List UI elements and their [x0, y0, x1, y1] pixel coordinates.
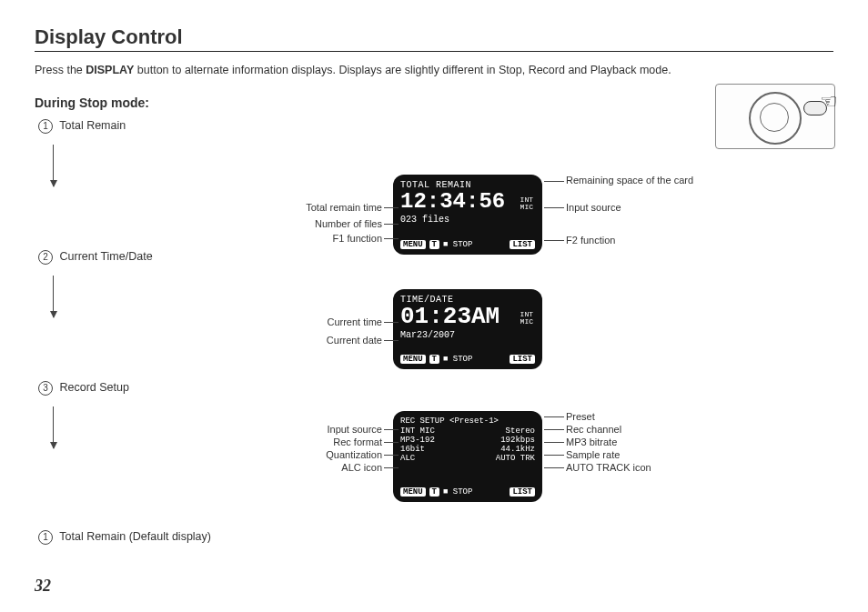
lcd-bitrate: 192kbps — [500, 436, 535, 445]
lcd-input-source: INTMIC — [520, 196, 533, 211]
list-pill: LIST — [510, 355, 535, 364]
label-input-source: Input source — [273, 424, 382, 435]
label-total-remain-time: Total remain time — [264, 202, 382, 213]
lcd-time: 12:34:56 — [400, 191, 535, 213]
stop-indicator: ■ STOP — [443, 355, 472, 364]
lcd-auto-trk: AUTO TRK — [496, 454, 535, 463]
lcd-screen-rec-setup: REC SETUP <Preset-1> INT MICStereo MP3-1… — [393, 411, 542, 502]
arrow-icon — [53, 276, 54, 317]
stop-indicator: ■ STOP — [443, 240, 472, 249]
page-number: 32 — [35, 577, 51, 596]
lcd-screen-total-remain: TOTAL REMAIN 12:34:56 INTMIC 023 files M… — [393, 175, 542, 255]
step-4-num: 1 — [38, 530, 53, 545]
lcd-alc: ALC — [400, 454, 415, 463]
menu-pill: MENU — [400, 240, 426, 249]
lcd-input-source: INTMIC — [520, 311, 533, 326]
page-title: Display Control — [35, 25, 833, 52]
label-sample-rate: Sample rate — [566, 449, 620, 460]
lcd-time: 01:23AM — [400, 305, 535, 328]
step-1-label: Total Remain — [59, 119, 126, 132]
lcd-rec-channel: Stereo — [506, 426, 535, 436]
intro-pre: Press the — [35, 64, 86, 76]
step-3-label: Record Setup — [59, 381, 128, 394]
arrow-icon — [53, 145, 54, 186]
arrow-icon — [53, 406, 54, 448]
label-mp3-bitrate: MP3 bitrate — [566, 436, 617, 447]
step-3: 3 Record Setup — [38, 381, 833, 396]
lcd-rec-format: MP3-192 — [400, 436, 435, 445]
lcd-files: 023 files — [400, 215, 535, 225]
step-4-label: Total Remain (Default display) — [59, 530, 211, 543]
lcd-screen-time-date: TIME/DATE 01:23AM INTMIC Mar23/2007 MENU… — [393, 289, 542, 369]
label-number-of-files: Number of files — [264, 218, 382, 229]
step-3-num: 3 — [38, 381, 53, 396]
list-pill: LIST — [510, 240, 535, 249]
lcd-date: Mar23/2007 — [400, 330, 535, 340]
intro-text: Press the DISPLAY button to alternate in… — [35, 61, 833, 79]
step-4: 1 Total Remain (Default display) — [38, 530, 833, 545]
label-remaining-space: Remaining space of the card — [566, 175, 693, 186]
menu-pill: MENU — [400, 487, 426, 497]
pointing-hand-icon: ☜ — [820, 90, 838, 114]
label-auto-track-icon: AUTO TRACK icon — [566, 462, 651, 473]
lcd-quantization: 16bit — [400, 445, 425, 454]
lcd-header: REC SETUP <Preset-1> — [400, 416, 535, 426]
step-1-num: 1 — [38, 119, 53, 134]
section-heading: During Stop mode: — [35, 95, 833, 110]
intro-post: button to alternate information displays… — [134, 64, 671, 76]
label-rec-format: Rec format — [273, 436, 382, 447]
label-quantization: Quantization — [273, 449, 382, 460]
lcd-sample-rate: 44.1kHz — [500, 445, 535, 454]
t-pill: T — [429, 240, 439, 249]
lcd-input-src: INT MIC — [400, 426, 435, 436]
step-2-num: 2 — [38, 250, 53, 265]
menu-pill: MENU — [400, 355, 426, 364]
label-current-date: Current date — [264, 335, 382, 346]
t-pill: T — [429, 355, 439, 364]
step-2-label: Current Time/Date — [59, 250, 152, 263]
label-input-source: Input source — [566, 202, 621, 213]
list-pill: LIST — [510, 487, 535, 497]
label-f1-function: F1 function — [264, 233, 382, 244]
step-1: 1 Total Remain — [38, 119, 833, 134]
t-pill: T — [429, 487, 439, 497]
label-rec-channel: Rec channel — [566, 424, 621, 435]
label-f2-function: F2 function — [566, 235, 615, 246]
label-preset: Preset — [566, 411, 595, 422]
label-alc-icon: ALC icon — [273, 462, 382, 473]
label-current-time: Current time — [264, 316, 382, 327]
intro-bold: DISPLAY — [86, 64, 134, 76]
stop-indicator: ■ STOP — [443, 487, 472, 497]
